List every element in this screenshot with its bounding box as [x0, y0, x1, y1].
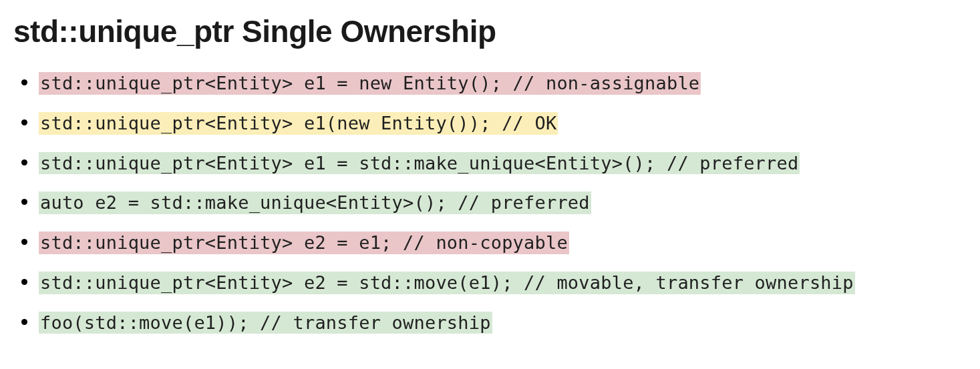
list-item: std::unique_ptr<Entity> e1 = new Entity(…	[39, 72, 967, 95]
code-list: std::unique_ptr<Entity> e1 = new Entity(…	[13, 72, 967, 334]
code-snippet: foo(std::move(e1)); // transfer ownershi…	[39, 312, 492, 334]
code-snippet: std::unique_ptr<Entity> e1 = new Entity(…	[39, 72, 701, 95]
code-snippet: std::unique_ptr<Entity> e1(new Entity())…	[39, 112, 558, 135]
list-item: std::unique_ptr<Entity> e1 = std::make_u…	[39, 152, 967, 175]
code-snippet: std::unique_ptr<Entity> e2 = e1; // non-…	[39, 232, 569, 254]
code-snippet: auto e2 = std::make_unique<Entity>(); //…	[39, 192, 591, 214]
list-item: std::unique_ptr<Entity> e1(new Entity())…	[39, 112, 967, 135]
list-item: auto e2 = std::make_unique<Entity>(); //…	[39, 192, 967, 214]
list-item: std::unique_ptr<Entity> e2 = std::move(e…	[39, 272, 967, 294]
code-snippet: std::unique_ptr<Entity> e1 = std::make_u…	[39, 152, 800, 175]
slide-title: std::unique_ptr Single Ownership	[13, 13, 967, 49]
list-item: foo(std::move(e1)); // transfer ownershi…	[39, 312, 967, 334]
list-item: std::unique_ptr<Entity> e2 = e1; // non-…	[39, 232, 967, 254]
code-snippet: std::unique_ptr<Entity> e2 = std::move(e…	[39, 272, 855, 294]
